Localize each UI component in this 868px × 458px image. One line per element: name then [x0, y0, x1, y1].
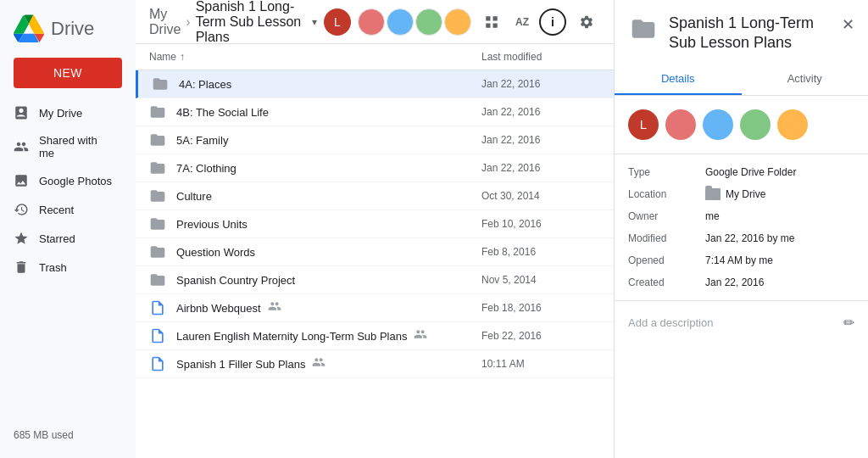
- sidebar-item-recent[interactable]: Recent: [0, 195, 129, 224]
- file-row[interactable]: 5A: Family Jan 22, 2016: [136, 126, 614, 154]
- panel-close-button[interactable]: ✕: [842, 15, 854, 34]
- detail-type-value: Google Drive Folder: [705, 166, 796, 178]
- svg-rect-4: [155, 338, 161, 339]
- detail-row-location: Location My Drive: [628, 183, 854, 205]
- file-row[interactable]: Spanish 1 Filler Sub Plans 10:11 AM: [136, 350, 614, 378]
- file-modified: Jan 22, 2016: [481, 162, 600, 174]
- detail-location-label: Location: [628, 188, 692, 200]
- panel-title: Spanish 1 Long-Term Sub Lesson Plans: [669, 14, 832, 53]
- file-modified: Feb 10, 2016: [481, 218, 600, 230]
- file-row[interactable]: 4A: Places Jan 22, 2016: [136, 70, 614, 98]
- file-type-icon: [149, 327, 166, 344]
- panel-avatar-4[interactable]: [777, 109, 808, 140]
- svg-rect-8: [155, 363, 159, 364]
- location-folder-icon: [705, 188, 721, 200]
- file-name: 5A: Family: [176, 134, 481, 147]
- sidebar-item-shared[interactable]: Shared with me: [0, 127, 129, 166]
- grid-view-button[interactable]: [478, 8, 505, 36]
- new-button[interactable]: NEW: [14, 58, 122, 88]
- tab-details[interactable]: Details: [615, 64, 742, 95]
- col-name-header[interactable]: Name ↑: [149, 51, 481, 63]
- file-row[interactable]: Airbnb Webquest Feb 18, 2016: [136, 294, 614, 322]
- storage-info: 685 MB used: [0, 419, 136, 451]
- sidebar-item-starred[interactable]: Starred: [0, 224, 129, 253]
- sort-button[interactable]: AZ: [512, 8, 532, 36]
- sidebar-item-trash[interactable]: Trash: [0, 253, 129, 282]
- file-type-icon: [149, 187, 166, 204]
- file-row[interactable]: 4B: The Social Life Jan 22, 2016: [136, 98, 614, 126]
- file-rows-container: 4A: Places Jan 22, 2016 4B: The Social L…: [136, 70, 614, 378]
- detail-location-value: My Drive: [705, 188, 765, 200]
- panel-folder-icon: [628, 14, 659, 44]
- file-list-area: Name ↑ Last modified 4A: Places Jan 22, …: [136, 44, 614, 458]
- file-type-icon: [149, 215, 166, 232]
- shared-avatar-1[interactable]: [358, 8, 385, 36]
- file-name: Previous Units: [176, 218, 481, 231]
- sort-asc-icon: ↑: [180, 51, 185, 63]
- photos-icon: [14, 173, 29, 188]
- tab-activity[interactable]: Activity: [742, 64, 869, 95]
- panel-avatar-owner[interactable]: L: [628, 109, 659, 140]
- detail-type-label: Type: [628, 166, 692, 178]
- file-type-icon: [149, 243, 166, 260]
- breadcrumb-dropdown-arrow[interactable]: ▾: [312, 16, 317, 28]
- sidebar-item-photos[interactable]: Google Photos: [0, 166, 129, 195]
- detail-row-type: Type Google Drive Folder: [628, 161, 854, 183]
- svg-rect-1: [155, 310, 161, 311]
- info-button[interactable]: i: [539, 8, 566, 36]
- panel-avatar-1[interactable]: [665, 109, 696, 140]
- edit-description-button[interactable]: ✏: [843, 315, 854, 331]
- panel-avatar-2[interactable]: [703, 109, 733, 140]
- svg-rect-7: [155, 366, 161, 367]
- shared-avatar-3[interactable]: [415, 8, 442, 36]
- shared-people-icon: [414, 327, 427, 344]
- detail-row-modified: Modified Jan 22, 2016 by me: [628, 227, 854, 249]
- main-content: My Drive › Spanish 1 Long-Term Sub Lesso…: [136, 0, 614, 458]
- file-modified: Jan 22, 2016: [481, 134, 600, 146]
- file-name: Question Words: [176, 246, 481, 259]
- file-name: Lauren English Maternity Long-Term Sub P…: [176, 327, 481, 344]
- file-modified: 10:11 AM: [481, 358, 600, 370]
- svg-rect-2: [155, 307, 159, 308]
- detail-modified-value: Jan 22, 2016 by me: [705, 232, 794, 244]
- file-row[interactable]: Culture Oct 30, 2014: [136, 182, 614, 210]
- panel-avatar-3[interactable]: [740, 109, 771, 140]
- detail-created-value: Jan 22, 2016: [705, 276, 764, 288]
- topbar: My Drive › Spanish 1 Long-Term Sub Lesso…: [136, 0, 614, 44]
- breadcrumb-root[interactable]: My Drive: [149, 7, 181, 37]
- col-modified-header: Last modified: [481, 51, 600, 63]
- panel-avatars: L: [615, 96, 868, 154]
- file-row[interactable]: Previous Units Feb 10, 2016: [136, 210, 614, 238]
- panel-header: Spanish 1 Long-Term Sub Lesson Plans ✕: [615, 0, 868, 53]
- file-row[interactable]: Question Words Feb 8, 2016: [136, 238, 614, 266]
- file-row[interactable]: Lauren English Maternity Long-Term Sub P…: [136, 322, 614, 350]
- recent-icon: [14, 202, 29, 217]
- sidebar-label-shared: Shared with me: [39, 134, 115, 159]
- shared-avatar-2[interactable]: [387, 8, 414, 36]
- sidebar-label-recent: Recent: [39, 204, 74, 216]
- logo-area: Drive: [0, 7, 136, 58]
- settings-button[interactable]: [573, 8, 600, 36]
- file-row[interactable]: Spanish Country Project Nov 5, 2014: [136, 266, 614, 294]
- sidebar-item-my-drive[interactable]: My Drive: [0, 98, 129, 127]
- sidebar-label-my-drive: My Drive: [39, 107, 82, 120]
- breadcrumb-current: Spanish 1 Long-Term Sub Lesson Plans ▾: [196, 0, 317, 45]
- storage-text: 685 MB used: [14, 429, 74, 441]
- sidebar-label-trash: Trash: [39, 261, 67, 274]
- detail-created-label: Created: [628, 276, 692, 288]
- user-avatar[interactable]: L: [324, 8, 351, 36]
- shared-people-icon: [312, 355, 326, 372]
- file-type-icon: [149, 131, 166, 148]
- app-title: Drive: [51, 18, 94, 40]
- svg-rect-6: [155, 365, 161, 366]
- shared-avatar-4[interactable]: [444, 8, 471, 36]
- file-row[interactable]: 7A: Clothing Jan 22, 2016: [136, 154, 614, 182]
- file-name: 4B: The Social Life: [176, 106, 481, 119]
- file-name: 4A: Places: [179, 78, 481, 91]
- breadcrumb: My Drive › Spanish 1 Long-Term Sub Lesso…: [149, 0, 317, 45]
- file-name: Airbnb Webquest: [176, 299, 481, 316]
- detail-opened-value: 7:14 AM by me: [705, 254, 773, 266]
- file-type-icon: [149, 271, 166, 288]
- detail-row-opened: Opened 7:14 AM by me: [628, 249, 854, 271]
- sidebar: Drive NEW My Drive Shared with me Google…: [0, 0, 136, 458]
